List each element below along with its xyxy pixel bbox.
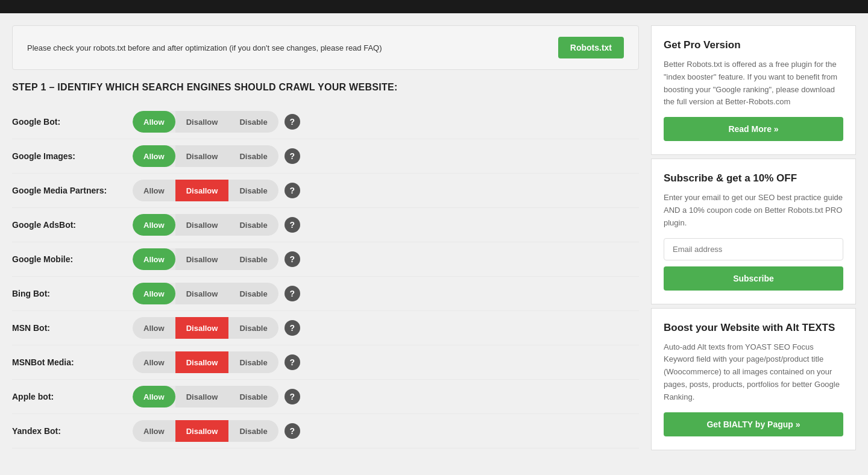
help-icon[interactable]: ?	[285, 217, 300, 233]
bot-row: Google Media Partners:AllowDisallowDisab…	[12, 174, 639, 208]
help-icon[interactable]: ?	[285, 114, 300, 130]
boost-button[interactable]: Get BIALTY by Pagup »	[664, 412, 843, 436]
bot-row: Google Bot:AllowDisallowDisable?	[12, 105, 639, 139]
step-title: STEP 1 – IDENTIFY WHICH SEARCH ENGINES S…	[12, 82, 639, 93]
disable-button[interactable]: Disable	[228, 283, 278, 304]
bot-label: Google AdsBot:	[12, 220, 133, 230]
disable-button[interactable]: Disable	[228, 351, 278, 373]
boost-text: Auto-add Alt texts from YOAST SEO Focus …	[664, 341, 843, 404]
allow-button[interactable]: Allow	[133, 420, 175, 442]
disallow-button[interactable]: Disallow	[175, 420, 229, 442]
disallow-button[interactable]: Disallow	[175, 248, 229, 270]
bot-row: Bing Bot:AllowDisallowDisable?	[12, 277, 639, 311]
bot-btn-group: AllowDisallowDisable	[133, 283, 278, 304]
subscribe-text: Enter your email to get our SEO best pra…	[664, 192, 843, 229]
bot-row: Yandex Bot:AllowDisallowDisable?	[12, 414, 639, 448]
boost-title: Boost your Website with Alt TEXTS	[664, 322, 843, 334]
help-icon[interactable]: ?	[285, 423, 300, 439]
allow-button[interactable]: Allow	[133, 180, 175, 201]
bot-btn-group: AllowDisallowDisable	[133, 111, 278, 133]
bot-row: Google Images:AllowDisallowDisable?	[12, 139, 639, 174]
disallow-button[interactable]: Disallow	[175, 351, 229, 373]
bot-label: Google Media Partners:	[12, 186, 133, 195]
bot-label: MSN Bot:	[12, 323, 133, 333]
bot-label: MSNBot Media:	[12, 357, 133, 367]
bot-label: Yandex Bot:	[12, 426, 133, 436]
bot-btn-group: AllowDisallowDisable	[133, 351, 278, 373]
disable-button[interactable]: Disable	[228, 386, 278, 407]
subscribe-widget: Subscribe & get a 10% OFF Enter your ema…	[651, 159, 856, 304]
help-icon[interactable]: ?	[285, 354, 300, 370]
allow-button[interactable]: Allow	[133, 111, 175, 133]
pro-text: Better Robots.txt is offered as a free p…	[664, 58, 843, 109]
bot-row: MSN Bot:AllowDisallowDisable?	[12, 311, 639, 345]
bot-label: Google Bot:	[12, 117, 133, 127]
bot-btn-group: AllowDisallowDisable	[133, 214, 278, 236]
disable-button[interactable]: Disable	[228, 180, 278, 201]
read-more-button[interactable]: Read More »	[664, 117, 843, 141]
bot-row: Google Mobile:AllowDisallowDisable?	[12, 242, 639, 277]
disallow-button[interactable]: Disallow	[175, 283, 229, 304]
bot-rows-container: Google Bot:AllowDisallowDisable?Google I…	[12, 105, 639, 448]
allow-button[interactable]: Allow	[133, 317, 175, 339]
bot-btn-group: AllowDisallowDisable	[133, 420, 278, 442]
pro-title: Get Pro Version	[664, 39, 843, 51]
allow-button[interactable]: Allow	[133, 351, 175, 373]
disallow-button[interactable]: Disallow	[175, 317, 229, 339]
disallow-button[interactable]: Disallow	[175, 180, 229, 201]
help-icon[interactable]: ?	[285, 183, 300, 198]
help-icon[interactable]: ?	[285, 251, 300, 267]
pro-widget: Get Pro Version Better Robots.txt is off…	[651, 25, 856, 155]
notice-bar: Please check your robots.txt before and …	[12, 25, 639, 70]
disable-button[interactable]: Disable	[228, 317, 278, 339]
help-icon[interactable]: ?	[285, 320, 300, 336]
disable-button[interactable]: Disable	[228, 214, 278, 236]
robots-txt-button[interactable]: Robots.txt	[558, 37, 624, 58]
disallow-button[interactable]: Disallow	[175, 145, 229, 167]
disallow-button[interactable]: Disallow	[175, 111, 229, 133]
disable-button[interactable]: Disable	[228, 145, 278, 167]
bot-label: Apple bot:	[12, 392, 133, 401]
allow-button[interactable]: Allow	[133, 248, 175, 270]
disable-button[interactable]: Disable	[228, 248, 278, 270]
help-icon[interactable]: ?	[285, 389, 300, 404]
email-input[interactable]	[664, 238, 843, 260]
bot-btn-group: AllowDisallowDisable	[133, 180, 278, 201]
subscribe-button[interactable]: Subscribe	[664, 266, 843, 291]
bot-row: MSNBot Media:AllowDisallowDisable?	[12, 345, 639, 380]
allow-button[interactable]: Allow	[133, 145, 175, 167]
bot-btn-group: AllowDisallowDisable	[133, 386, 278, 407]
allow-button[interactable]: Allow	[133, 214, 175, 236]
help-icon[interactable]: ?	[285, 148, 300, 164]
bot-label: Google Images:	[12, 151, 133, 161]
allow-button[interactable]: Allow	[133, 283, 175, 304]
bot-btn-group: AllowDisallowDisable	[133, 248, 278, 270]
allow-button[interactable]: Allow	[133, 386, 175, 407]
disable-button[interactable]: Disable	[228, 420, 278, 442]
bot-label: Bing Bot:	[12, 289, 133, 298]
subscribe-title: Subscribe & get a 10% OFF	[664, 172, 843, 184]
bot-btn-group: AllowDisallowDisable	[133, 317, 278, 339]
disallow-button[interactable]: Disallow	[175, 386, 229, 407]
notice-text: Please check your robots.txt before and …	[27, 43, 382, 52]
disable-button[interactable]: Disable	[228, 111, 278, 133]
boost-widget: Boost your Website with Alt TEXTS Auto-a…	[651, 308, 856, 450]
left-panel: Please check your robots.txt before and …	[12, 25, 639, 463]
right-panel: Get Pro Version Better Robots.txt is off…	[651, 25, 856, 463]
bot-row: Google AdsBot:AllowDisallowDisable?	[12, 208, 639, 242]
bot-row: Apple bot:AllowDisallowDisable?	[12, 380, 639, 414]
disallow-button[interactable]: Disallow	[175, 214, 229, 236]
help-icon[interactable]: ?	[285, 286, 300, 301]
bot-label: Google Mobile:	[12, 254, 133, 264]
bot-btn-group: AllowDisallowDisable	[133, 145, 278, 167]
